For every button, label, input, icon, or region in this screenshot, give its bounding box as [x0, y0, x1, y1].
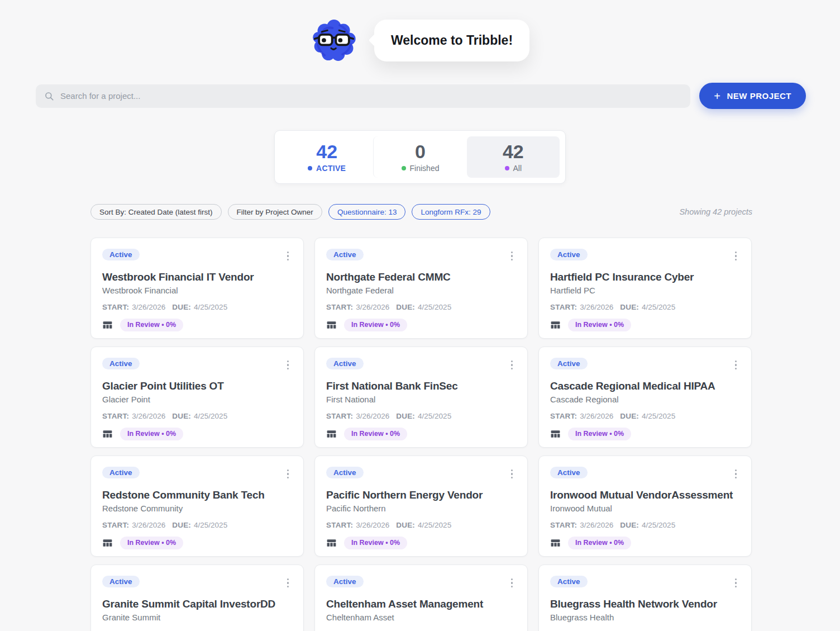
stat-active-label: ACTIVE: [316, 164, 346, 173]
search-bar[interactable]: [36, 84, 690, 108]
kebab-menu-icon[interactable]: [508, 358, 517, 372]
kebab-menu-icon[interactable]: [508, 249, 517, 263]
sort-by-chip[interactable]: Sort By: Created Date (latest first): [90, 204, 222, 220]
status-badge: Active: [326, 576, 364, 587]
project-card[interactable]: Active Northgate Federal CMMC Northgate …: [314, 238, 528, 339]
project-title: Redstone Community Bank Tech: [102, 489, 292, 501]
kebab-menu-icon[interactable]: [508, 467, 517, 481]
stat-all[interactable]: 42 All: [467, 136, 560, 178]
project-dates: START: 3/26/2026 DUE: 4/25/2025: [102, 303, 292, 311]
project-title: Cascade Regional Medical HIPAA: [550, 380, 740, 392]
table-icon: [550, 320, 561, 330]
project-card[interactable]: Active Westbrook Financial IT Vendor Wes…: [90, 238, 304, 339]
kebab-menu-icon[interactable]: [284, 358, 293, 372]
project-card[interactable]: Active Granite Summit Capital InvestorDD…: [90, 564, 304, 631]
new-project-button[interactable]: + NEW PROJECT: [699, 83, 806, 109]
kebab-menu-icon[interactable]: [284, 576, 293, 590]
table-icon: [326, 538, 337, 548]
start-label: START:: [550, 303, 577, 311]
welcome-bubble: Welcome to Tribble!: [374, 20, 529, 61]
kebab-menu-icon[interactable]: [732, 467, 741, 481]
review-status-badge: In Review • 0%: [120, 319, 183, 331]
project-card[interactable]: Active Redstone Community Bank Tech Reds…: [90, 456, 304, 557]
due-label: DUE:: [172, 303, 191, 311]
start-date: 3/26/2026: [580, 303, 613, 311]
project-card[interactable]: Active Glacier Point Utilities OT Glacie…: [90, 347, 304, 448]
start-label: START:: [550, 521, 577, 529]
table-icon: [550, 538, 561, 548]
project-dates: START: 3/26/2026 DUE: 4/25/2025: [550, 412, 740, 420]
due-date: 4/25/2025: [194, 521, 227, 529]
stat-active[interactable]: 42 ACTIVE: [280, 136, 373, 178]
due-date: 4/25/2025: [418, 412, 451, 420]
project-subtitle: Bluegrass Health: [550, 613, 740, 622]
due-label: DUE:: [172, 521, 191, 529]
project-card[interactable]: Active Bluegrass Health Network Vendor B…: [538, 564, 752, 631]
start-label: START:: [102, 412, 129, 420]
review-status-badge: In Review • 0%: [344, 319, 407, 331]
status-badge: Active: [102, 467, 140, 478]
project-card[interactable]: Active Hartfield PC Insurance Cyber Hart…: [538, 238, 752, 339]
project-subtitle: First National: [326, 395, 516, 404]
project-card[interactable]: Active Pacific Northern Energy Vendor Pa…: [314, 456, 528, 557]
project-grid: Active Westbrook Financial IT Vendor Wes…: [90, 238, 752, 631]
table-icon: [102, 320, 113, 330]
project-subtitle: Hartfield PC: [550, 286, 740, 295]
review-status-badge: In Review • 0%: [344, 428, 407, 440]
stat-finished-value: 0: [415, 141, 426, 162]
project-title: Ironwood Mutual VendorAssessment: [550, 489, 740, 501]
project-dates: START: 3/26/2026 DUE: 4/25/2025: [550, 521, 740, 529]
start-label: START:: [326, 303, 353, 311]
project-title: First National Bank FinSec: [326, 380, 516, 392]
status-badge: Active: [102, 249, 140, 260]
status-badge: Active: [550, 249, 588, 260]
kebab-menu-icon[interactable]: [508, 576, 517, 590]
search-icon: [44, 91, 54, 101]
kebab-menu-icon[interactable]: [284, 467, 293, 481]
project-subtitle: Cascade Regional: [550, 395, 740, 404]
due-label: DUE:: [396, 521, 415, 529]
project-dates: START: 3/26/2026 DUE: 4/25/2025: [326, 412, 516, 420]
status-badge: Active: [102, 358, 140, 369]
start-label: START:: [326, 521, 353, 529]
project-subtitle: Glacier Point: [102, 395, 292, 404]
status-badge: Active: [550, 467, 588, 478]
review-status-badge: In Review • 0%: [120, 537, 183, 549]
stat-active-value: 42: [316, 141, 337, 162]
table-icon: [326, 429, 337, 439]
start-date: 3/26/2026: [132, 303, 165, 311]
kebab-menu-icon[interactable]: [732, 576, 741, 590]
kebab-menu-icon[interactable]: [732, 358, 741, 372]
project-card[interactable]: Active First National Bank FinSec First …: [314, 347, 528, 448]
project-title: Cheltenham Asset Management: [326, 598, 516, 610]
project-subtitle: Granite Summit: [102, 613, 292, 622]
welcome-text: Welcome to Tribble!: [391, 33, 513, 48]
status-badge: Active: [102, 576, 140, 587]
project-subtitle: Northgate Federal: [326, 286, 516, 295]
kebab-menu-icon[interactable]: [732, 249, 741, 263]
search-row: + NEW PROJECT: [36, 83, 806, 109]
longform-rfx-chip[interactable]: Longform RFx: 29: [412, 204, 490, 220]
review-status-badge: In Review • 0%: [568, 428, 631, 440]
project-subtitle: Pacific Northern: [326, 504, 516, 513]
active-dot-icon: [308, 166, 312, 170]
start-date: 3/26/2026: [356, 303, 389, 311]
all-dot-icon: [505, 166, 509, 170]
project-card[interactable]: Active Cheltenham Asset Management Chelt…: [314, 564, 528, 631]
filter-owner-chip[interactable]: Filter by Project Owner: [228, 204, 322, 220]
project-card[interactable]: Active Cascade Regional Medical HIPAA Ca…: [538, 347, 752, 448]
start-date: 3/26/2026: [580, 521, 613, 529]
search-input[interactable]: [60, 91, 682, 101]
start-date: 3/26/2026: [356, 521, 389, 529]
start-label: START:: [102, 303, 129, 311]
questionnaire-chip[interactable]: Questionnaire: 13: [328, 204, 406, 220]
finished-dot-icon: [402, 166, 406, 170]
due-date: 4/25/2025: [418, 521, 451, 529]
project-card[interactable]: Active Ironwood Mutual VendorAssessment …: [538, 456, 752, 557]
stat-finished[interactable]: 0 Finished: [373, 136, 466, 178]
kebab-menu-icon[interactable]: [284, 249, 293, 263]
project-dates: START: 3/26/2026 DUE: 4/25/2025: [102, 521, 292, 529]
project-subtitle: Cheltenham Asset: [326, 613, 516, 622]
tribble-mascot-icon: [311, 17, 357, 64]
due-date: 4/25/2025: [642, 412, 675, 420]
